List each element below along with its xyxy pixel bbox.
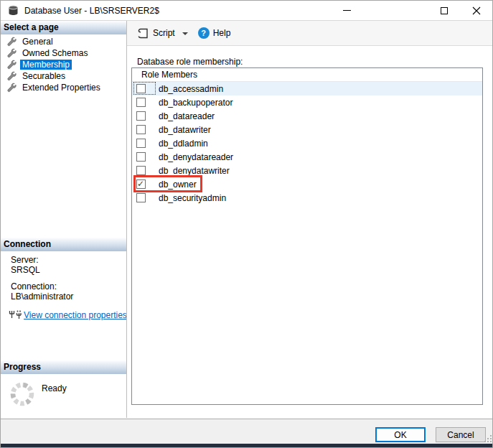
- role-name-label: db_accessadmin: [159, 84, 223, 94]
- role-checkbox[interactable]: [136, 166, 146, 175]
- role-name-label: db_securityadmin: [159, 193, 226, 203]
- cancel-button[interactable]: Cancel: [436, 427, 486, 442]
- role-members-list[interactable]: Role Members db_accessadmin db_backupope…: [131, 67, 483, 405]
- ok-button[interactable]: OK: [375, 427, 426, 442]
- role-checkbox[interactable]: [136, 98, 146, 107]
- close-button[interactable]: [465, 1, 488, 20]
- role-name-label: db_denydatawriter: [159, 166, 230, 176]
- close-icon: [472, 6, 481, 15]
- sidebar: Select a page General Owned Schemas Memb…: [1, 21, 126, 418]
- connection-header: Connection: [1, 238, 126, 251]
- connection-label: Connection:: [1, 281, 126, 291]
- footer: OK Cancel: [1, 419, 493, 444]
- role-checkbox[interactable]: [136, 193, 146, 202]
- sidebar-items: General Owned Schemas Membership Securab…: [1, 36, 126, 93]
- progress-header: Progress: [1, 360, 126, 374]
- role-members-column-header[interactable]: Role Members: [132, 68, 482, 82]
- view-connection-properties-link[interactable]: View connection properties: [24, 310, 127, 320]
- database-role-membership-label: Database role membership:: [137, 57, 243, 67]
- role-row[interactable]: db_owner: [132, 177, 482, 191]
- toolbar: Script ? Help: [127, 21, 493, 46]
- sidebar-item-label: Extended Properties: [20, 83, 103, 93]
- help-button[interactable]: ? Help: [195, 24, 234, 42]
- role-checkbox[interactable]: [136, 125, 146, 134]
- wrench-icon: [6, 37, 17, 47]
- minimize-icon: [343, 10, 351, 11]
- role-row[interactable]: db_datawriter: [132, 123, 482, 136]
- role-name-label: db_datareader: [159, 111, 215, 121]
- sidebar-item-label: General: [20, 37, 55, 47]
- sidebar-item-extended-properties[interactable]: Extended Properties: [1, 82, 126, 93]
- window-title: Database User - LB\SRSERVER2$: [24, 6, 159, 16]
- maximize-button[interactable]: [433, 1, 456, 20]
- progress-panel: Ready: [1, 377, 126, 407]
- sidebar-item-owned-schemas[interactable]: Owned Schemas: [1, 47, 126, 59]
- role-row[interactable]: db_denydatareader: [132, 150, 482, 164]
- role-name-label: db_owner: [159, 179, 197, 190]
- database-icon: [7, 4, 19, 17]
- wrench-icon: [6, 48, 17, 58]
- progress-spinner-icon: [9, 381, 35, 407]
- role-row[interactable]: db_ddladmin: [132, 136, 482, 150]
- resize-grip[interactable]: [485, 436, 492, 442]
- sidebar-item-securables[interactable]: Securables: [1, 70, 126, 82]
- script-button[interactable]: Script: [134, 24, 195, 42]
- wrench-icon: [6, 60, 17, 70]
- select-a-page-header: Select a page: [1, 21, 126, 34]
- main-panel: Database role membership: Role Members d…: [127, 46, 493, 418]
- script-button-label: Script: [153, 28, 175, 38]
- maximize-icon: [441, 7, 448, 14]
- role-name-label: db_denydatareader: [159, 152, 233, 162]
- role-name-label: db_datawriter: [159, 125, 211, 135]
- wrench-icon: [6, 83, 17, 93]
- connection-properties-icon: [9, 310, 22, 320]
- role-checkbox[interactable]: [136, 152, 146, 162]
- help-icon: ?: [198, 27, 210, 39]
- role-checkbox[interactable]: [136, 111, 146, 121]
- window-bottom-edge: [1, 444, 493, 448]
- role-name-label: db_ddladmin: [159, 139, 208, 149]
- role-row[interactable]: db_accessadmin: [132, 82, 482, 95]
- role-row[interactable]: db_backupoperator: [132, 95, 482, 109]
- role-checkbox[interactable]: [136, 84, 146, 93]
- titlebar: Database User - LB\SRSERVER2$: [1, 1, 492, 21]
- connection-panel: Server: SRSQL Connection: LB\administrat…: [1, 255, 126, 320]
- help-button-label: Help: [213, 28, 231, 38]
- database-user-dialog: Database User - LB\SRSERVER2$ Select a p…: [0, 0, 493, 448]
- minimize-button[interactable]: [335, 1, 358, 20]
- server-value: SRSQL: [1, 265, 126, 275]
- server-label: Server:: [1, 255, 126, 265]
- role-row[interactable]: db_datareader: [132, 109, 482, 123]
- role-checkbox[interactable]: [136, 139, 146, 148]
- script-dropdown-icon[interactable]: [182, 32, 188, 35]
- sidebar-item-label: Membership: [20, 60, 72, 70]
- progress-status: Ready: [42, 383, 67, 393]
- script-icon: [137, 27, 149, 39]
- role-row[interactable]: db_denydatawriter: [132, 164, 482, 177]
- sidebar-item-label: Owned Schemas: [20, 48, 90, 58]
- sidebar-item-general[interactable]: General: [1, 36, 126, 47]
- role-name-label: db_backupoperator: [159, 98, 233, 108]
- sidebar-item-membership[interactable]: Membership: [1, 59, 126, 70]
- wrench-icon: [6, 71, 17, 81]
- sidebar-item-label: Securables: [20, 71, 67, 81]
- role-checkbox[interactable]: [136, 179, 146, 189]
- role-rows: db_accessadmin db_backupoperator db_data…: [132, 82, 482, 205]
- role-row[interactable]: db_securityadmin: [132, 191, 482, 205]
- connection-value: LB\administrator: [1, 291, 126, 302]
